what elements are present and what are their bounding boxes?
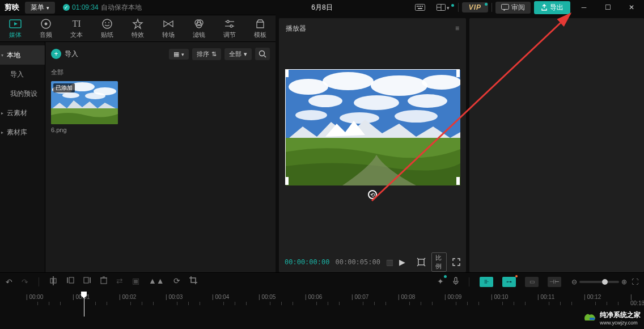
top-tab-bar: 媒体 音频 TI文本 贴纸 特效 转场 滤镜 调节 模板 [0,15,276,42]
ruler-label: | 00:03 [166,294,183,300]
sidebar: ▾本地 导入 我的预设 ▸云素材 ▸素材库 [0,42,45,272]
svg-point-14 [105,22,106,23]
svg-rect-46 [50,279,53,283]
resize-handle-bl[interactable] [285,177,289,185]
sidebar-item-cloud[interactable]: ▸云素材 [0,103,45,123]
mic-button[interactable] [453,277,459,286]
added-badge: 已添加 [53,83,75,92]
keyboard-icon[interactable] [412,1,429,14]
tab-sticker[interactable]: 贴纸 [92,15,122,42]
main-row: ▾本地 导入 我的预设 ▸云素材 ▸素材库 + 导入 ▦ 排序⇅ 全部▾ 全部 [0,42,276,272]
delete-button[interactable] [100,276,107,287]
ruler-label: | 00:08 [398,294,415,300]
sidebar-item-label: 导入 [10,70,24,79]
timeline[interactable]: | 00:00| 00:01| 00:02| 00:03| 00:04| 00:… [0,290,644,318]
filter-icon [192,18,206,29]
tab-filter[interactable]: 滤镜 [184,15,214,42]
reverse-button[interactable]: ⇄ [116,276,123,287]
rotate-button[interactable]: ⟳ [173,276,180,287]
ruler-label: | 00:07 [351,294,368,300]
magnet-on-button[interactable]: ⊪ [480,277,493,287]
video-frame[interactable]: ⟲ [285,69,460,185]
crop-button[interactable] [189,276,197,287]
menu-button[interactable]: 菜单 [25,2,55,14]
playhead[interactable] [84,292,84,317]
tab-adjust[interactable]: 调节 [214,15,245,42]
speed-button[interactable]: ▣ [132,276,139,287]
maximize-button[interactable]: ☐ [598,1,618,14]
slider-track[interactable] [579,281,619,283]
chevron-right-icon: ▸ [1,130,3,135]
player-panel: 播放器 ≡ [279,18,466,272]
filter-button[interactable]: 全部▾ [224,48,252,60]
sidebar-item-import[interactable]: 导入 [0,65,45,84]
tab-audio[interactable]: 音频 [31,15,61,42]
mirror-button[interactable]: ▲▲ [149,276,164,287]
view-grid-button[interactable]: ▦ [169,49,189,60]
menu-label: 菜单 [31,3,44,12]
svg-rect-48 [69,277,74,283]
app-brand: 剪映 [2,2,22,12]
resize-handle-tl[interactable] [285,69,289,77]
sidebar-item-label: 我的预设 [10,89,37,99]
resize-handle-br[interactable] [456,177,460,185]
svg-line-24 [264,56,266,57]
redo-button[interactable]: ↷ [22,277,28,286]
media-thumbnail[interactable]: 已添加 6.png [51,81,118,133]
svg-rect-44 [418,259,424,265]
search-button[interactable] [255,48,270,60]
ruler-label: | 00:04 [212,294,229,300]
player-controls: 00:00:00:00 00:00:05:00 ▥ ▶ 比例 [279,252,466,272]
tab-media[interactable]: 媒体 [0,15,31,42]
tab-template[interactable]: 模板 [245,15,276,42]
chevron-right-icon: ▸ [1,111,3,116]
svg-point-22 [230,25,232,27]
sidebar-item-presets[interactable]: 我的预设 [0,84,45,103]
slider-knob[interactable] [602,279,608,285]
player-viewport[interactable]: ⟲ [279,39,466,252]
media-toolbar: + 导入 ▦ 排序⇅ 全部▾ [45,42,276,66]
ai-button[interactable]: ✦ [437,277,444,286]
ratio-button[interactable]: 比例 [431,252,447,272]
close-button[interactable]: ✕ [621,1,642,14]
resize-handle-tr[interactable] [456,69,460,77]
snapshot-icon[interactable] [417,258,426,267]
thumbnail-name: 6.png [51,126,118,133]
zoom-in-icon[interactable]: ⊕ [621,278,627,286]
minimize-button[interactable]: ─ [574,1,594,14]
zoom-out-icon[interactable]: ⊖ [571,278,577,286]
sort-button[interactable]: 排序⇅ [192,48,221,60]
svg-point-13 [103,19,112,28]
tab-effect[interactable]: 特效 [122,15,153,42]
import-button[interactable]: + [51,49,61,59]
review-button[interactable]: 审阅 [495,2,531,14]
media-panel: + 导入 ▦ 排序⇅ 全部▾ 全部 [45,42,276,272]
compare-icon[interactable]: ▥ [386,258,393,267]
align-button[interactable]: ⊣⊢ [548,277,561,287]
watermark-logo [583,311,596,325]
export-button[interactable]: 导出 [534,1,570,14]
svg-rect-2 [418,6,420,7]
fullscreen-icon[interactable] [452,258,460,266]
layout-dropdown[interactable] [432,3,455,11]
undo-button[interactable]: ↶ [6,277,12,286]
svg-rect-50 [84,277,88,283]
sidebar-item-local[interactable]: ▾本地 [0,45,45,65]
delete-right-button[interactable] [83,276,91,287]
tab-transition[interactable]: 转场 [153,15,184,42]
player-menu-icon[interactable]: ≡ [455,24,459,32]
delete-left-button[interactable] [66,276,74,287]
svg-rect-3 [420,6,421,7]
svg-rect-47 [54,279,56,283]
sidebar-item-library[interactable]: ▸素材库 [0,123,45,142]
zoom-fit-icon[interactable]: ⛶ [632,278,638,286]
zoom-slider[interactable]: ⊖ ⊕ ⛶ [571,278,638,286]
tab-text[interactable]: TI文本 [61,15,92,42]
sidebar-item-label: 云素材 [7,108,27,118]
play-button[interactable]: ▶ [399,258,405,267]
rotate-handle[interactable]: ⟲ [368,190,377,199]
link-on-button[interactable]: ⊶ [502,277,516,287]
vip-button[interactable]: VIP [462,2,488,12]
split-button[interactable] [49,276,57,287]
preview-button[interactable]: ▭ [525,277,539,287]
